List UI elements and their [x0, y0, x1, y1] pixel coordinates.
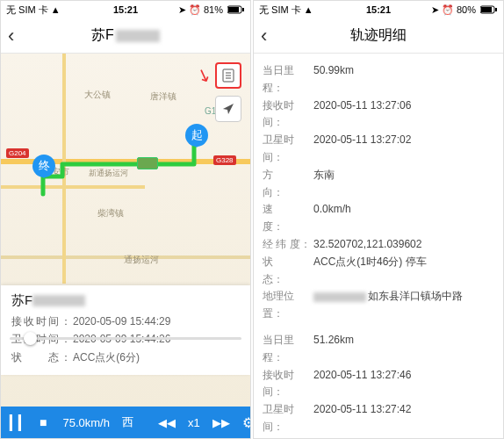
clock: 15:21: [366, 4, 391, 15]
track-detail-list[interactable]: 当日里程：50.99km接收时间：2020-05-11 13:27:06卫星时间…: [254, 54, 503, 438]
vehicle-icon: [137, 157, 158, 169]
status-bar: 无 SIM 卡 ▲ 15:21 ➤⏰80%: [254, 1, 503, 18]
record-value: 32.520702,121.039602: [313, 236, 421, 254]
svg-rect-9: [495, 8, 497, 11]
end-marker[interactable]: 终: [32, 155, 55, 177]
map-view[interactable]: 海安市 通扬运河 唐洋镇 柴湾镇 如皋市 丁堰镇 搬经镇 大公镇 新通扬运河 G…: [1, 54, 250, 407]
track-list-button[interactable]: [215, 62, 241, 89]
carrier-text: 无 SIM 卡: [259, 4, 301, 17]
player-bar: ▎▎ ■ 75.0km/h 西 ◀◀ x1 ▶▶ ⚙: [1, 407, 250, 438]
start-marker[interactable]: 起: [185, 124, 208, 147]
record-value: 南: [313, 436, 324, 438]
record-value: 0.0km/h: [313, 201, 351, 236]
alarm-icon: ⏰: [442, 4, 454, 16]
location-icon: ➤: [431, 4, 439, 16]
info-value: 2020-05-09 15:44:29: [73, 315, 170, 327]
record-label: 速 度：: [263, 201, 313, 236]
record-label: 经 纬 度：: [263, 236, 313, 254]
battery-pct: 80%: [457, 4, 476, 15]
nav-title: 苏F: [91, 26, 160, 45]
record-value: 51.26km: [313, 332, 354, 367]
record-value: 50.99km: [313, 62, 354, 97]
record-label: 当日里程：: [263, 62, 313, 97]
record-label: 状 态：: [263, 254, 313, 289]
settings-button[interactable]: ⚙: [242, 414, 251, 431]
record-value: 2020-05-11 13:27:46: [313, 367, 411, 402]
nav-bar: ‹ 苏F: [1, 18, 250, 54]
rate-next-button[interactable]: ▶▶: [212, 416, 230, 429]
record-label: 接收时间：: [263, 97, 313, 133]
stop-button[interactable]: ■: [40, 415, 47, 429]
record-value: 2020-05-11 13:27:02: [313, 132, 411, 167]
record-value: ACC点火(1时46分) 停车: [313, 254, 427, 289]
nav-bar: ‹ 轨迹明细: [254, 18, 503, 54]
track-record: 当日里程：51.26km接收时间：2020-05-11 13:27:46卫星时间…: [263, 328, 494, 438]
svg-rect-8: [481, 7, 492, 12]
record-label: 卫星时间：: [263, 132, 313, 167]
clock: 15:21: [113, 4, 138, 15]
rate-prev-button[interactable]: ◀◀: [158, 416, 176, 429]
alarm-icon: ⏰: [189, 4, 201, 16]
map-screen: 无 SIM 卡 ▲ 15:21 ➤⏰81% ‹ 苏F 海安市 通扬运河 唐洋镇 …: [0, 0, 251, 439]
record-label: 卫星时间：: [263, 401, 313, 436]
back-button[interactable]: ‹: [261, 25, 267, 47]
record-value: 东南: [313, 167, 335, 202]
plate-number: 苏F: [11, 292, 240, 309]
record-label: 地理位置：: [263, 288, 313, 323]
record-label: 方 向：: [263, 167, 313, 202]
track-record: 当日里程：50.99km接收时间：2020-05-11 13:27:06卫星时间…: [263, 59, 494, 328]
info-value: ACC点火(6分): [73, 351, 140, 363]
pause-button[interactable]: ▎▎: [10, 414, 27, 431]
svg-rect-2: [242, 8, 244, 11]
info-label: 接收时间：: [11, 315, 73, 327]
record-value: 2020-05-11 13:27:42: [313, 401, 411, 436]
location-icon: ➤: [178, 4, 186, 16]
locate-button[interactable]: [215, 96, 241, 122]
track-info-card: 苏F 接收时间：2020-05-09 15:44:29 卫星时间：2020-05…: [1, 285, 250, 375]
record-label: 接收时间：: [263, 367, 313, 402]
back-button[interactable]: ‹: [8, 25, 14, 47]
wifi-icon: ▲: [304, 4, 313, 15]
battery-pct: 81%: [204, 4, 223, 15]
carrier-text: 无 SIM 卡: [6, 4, 48, 17]
direction-value: 西: [122, 414, 133, 430]
info-label: 状 态：: [11, 351, 73, 363]
record-location: 如东县洋口镇场中路: [313, 288, 463, 323]
battery-icon: [226, 5, 245, 14]
detail-screen: 无 SIM 卡 ▲ 15:21 ➤⏰80% ‹ 轨迹明细 当日里程：50.99k…: [253, 0, 504, 439]
speed-value: 75.0km/h: [62, 416, 109, 429]
status-bar: 无 SIM 卡 ▲ 15:21 ➤⏰81%: [1, 1, 250, 18]
nav-title: 轨迹明细: [350, 26, 407, 45]
battery-icon: [479, 5, 498, 14]
playback-slider[interactable]: [10, 337, 241, 340]
record-label: 方 向：: [263, 436, 313, 438]
record-value: 2020-05-11 13:27:06: [313, 97, 411, 133]
svg-rect-1: [228, 7, 239, 12]
rate-value: x1: [188, 416, 200, 429]
record-label: 当日里程：: [263, 332, 313, 367]
wifi-icon: ▲: [51, 4, 61, 15]
